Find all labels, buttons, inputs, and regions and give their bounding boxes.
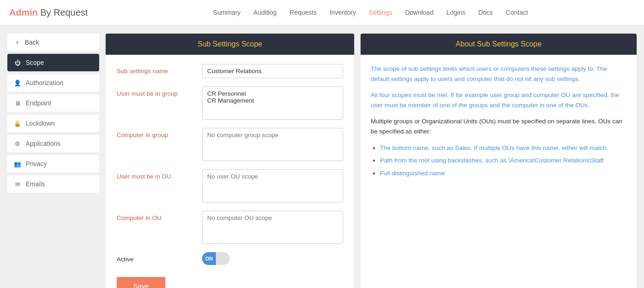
sub-settings-panel: Sub Settings Scope Sub settings name Use… [106,34,354,288]
save-button[interactable]: Save [117,277,165,288]
sidebar: Back Scope Authorization Endpoint Lockdo… [7,34,99,288]
computer-group-textarea[interactable] [202,128,343,161]
lock-icon [14,120,21,127]
top-navigation: Admin By Request Summary Auditlog Reques… [0,0,644,25]
main-layout: Back Scope Authorization Endpoint Lockdo… [0,25,644,288]
nav-contact[interactable]: Contact [506,9,528,16]
privacy-icon [14,160,21,167]
active-toggle-wrap: ON [202,252,230,265]
user-group-row: User must be in group CR Personnel CR Ma… [117,86,343,120]
nav-docs[interactable]: Docs [478,9,493,16]
active-label: Active [117,252,195,263]
nav-auditlog[interactable]: Auditlog [254,9,277,16]
computer-ou-textarea[interactable] [202,211,343,244]
sidebar-scope-label: Scope [26,59,44,66]
sidebar-item-scope[interactable]: Scope [7,54,99,71]
about-bullet-3: Full distinguished name [380,168,627,179]
toggle-on-label: ON [202,252,216,265]
nav-requests[interactable]: Requests [289,9,316,16]
nav-inventory[interactable]: Inventory [329,9,356,16]
user-group-textarea[interactable]: CR Personnel CR Management [202,86,343,120]
nav-links: Summary Auditlog Requests Inventory Sett… [106,9,635,16]
nav-download[interactable]: Download [405,9,434,16]
about-panel: About Sub Settings Scope The scope of su… [361,34,637,288]
user-group-label: User must be in group [117,86,195,97]
about-panel-header: About Sub Settings Scope [361,34,637,55]
sidebar-item-endpoint[interactable]: Endpoint [7,94,99,112]
back-icon [14,38,21,46]
about-paragraph-1: The scope of sub settings limits which u… [371,64,627,84]
content-area: Sub Settings Scope Sub settings name Use… [106,34,637,288]
logo-admin: Admin [9,7,38,17]
power-icon [14,59,21,66]
user-ou-row: User must be in OU [117,169,343,202]
computer-ou-row: Computer in OU [117,211,343,244]
computer-group-row: Computer in group [117,128,343,161]
computer-group-label: Computer in group [117,128,195,138]
sidebar-authorization-label: Authorization [26,79,63,86]
active-row: Active ON [117,252,343,265]
apps-icon [14,140,21,147]
monitor-icon [14,99,21,107]
about-bullet-1: The bottom name, such as Sales. If multi… [380,143,627,153]
computer-ou-label: Computer in OU [117,211,195,221]
about-p1-text: The scope of sub settings limits which u… [371,65,607,82]
user-ou-textarea[interactable] [202,169,343,202]
sidebar-item-applications[interactable]: Applications [7,135,99,152]
sidebar-emails-label: Emails [26,180,45,188]
user-ou-label: User must be in OU [117,169,195,180]
logo: Admin By Request [9,7,88,18]
active-toggle[interactable]: ON [202,252,230,265]
sidebar-item-emails[interactable]: Emails [7,175,99,193]
back-label: Back [25,39,39,46]
sub-settings-name-input[interactable] [202,64,343,78]
logo-rest: By Request [38,7,88,17]
about-p2-text: All four scopes must be met. If for exam… [371,92,619,109]
sidebar-applications-label: Applications [26,140,61,147]
about-paragraph-2: All four scopes must be met. If for exam… [371,90,627,110]
nav-logins[interactable]: Logins [446,9,465,16]
sub-settings-header: Sub Settings Scope [106,34,354,55]
sub-settings-name-label: Sub settings name [117,64,195,75]
about-bullet-list: The bottom name, such as Sales. If multi… [380,143,627,179]
back-button[interactable]: Back [7,34,99,51]
sidebar-item-authorization[interactable]: Authorization [7,74,99,92]
sub-settings-body: Sub settings name User must be in group … [106,55,354,288]
nav-settings[interactable]: Settings [369,9,392,16]
toggle-off-area [216,252,230,265]
nav-summary[interactable]: Summary [213,9,241,16]
sidebar-privacy-label: Privacy [26,160,47,167]
about-paragraph-3: Multiple groups or Organizational Units … [371,116,627,136]
about-panel-body: The scope of sub settings limits which u… [361,55,637,194]
sidebar-item-lockdown[interactable]: Lockdown [7,115,99,132]
sidebar-endpoint-label: Endpoint [26,99,51,107]
sub-settings-name-row: Sub settings name [117,64,343,78]
about-bullet-2: Path from the root using backslashes, su… [380,156,627,166]
email-icon [14,180,21,188]
sidebar-lockdown-label: Lockdown [26,120,55,127]
sidebar-item-privacy[interactable]: Privacy [7,155,99,173]
user-icon [14,79,21,86]
